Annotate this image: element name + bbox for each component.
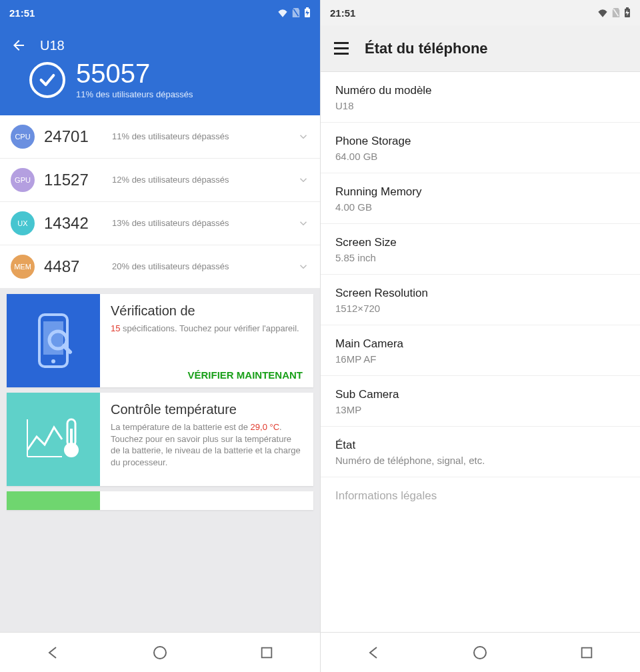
setting-key: Screen Resolution [335,287,625,300]
nav-home-icon[interactable] [471,643,489,662]
score-row-mem[interactable]: MEM448720% des utilisateurs dépassés [0,245,320,289]
score-check-icon [29,62,65,98]
badge-cpu-icon: CPU [11,125,35,149]
status-time: 21:51 [330,7,355,19]
setting-key: Screen Size [335,236,625,249]
setting-key: Phone Storage [335,135,625,148]
svg-rect-14 [262,647,272,657]
card-title: Vérification de [111,303,303,319]
setting-row[interactable]: Phone Storage64.00 GB [321,123,640,173]
svg-point-13 [154,647,166,659]
svg-rect-19 [582,647,592,657]
verify-now-button[interactable]: VÉRIFIER MAINTENANT [111,364,303,381]
sim-icon [292,8,300,17]
battery-icon [624,7,631,18]
back-icon[interactable] [11,37,27,53]
score-value: 4487 [44,257,103,276]
card-title: Contrôle température [111,402,303,417]
nav-recent-icon[interactable] [577,643,596,662]
score-sub: 11% des utilisateurs dépassés [112,131,288,143]
page-title: État du téléphone [365,40,488,57]
svg-rect-2 [306,7,309,9]
wifi-icon [277,8,288,17]
nav-recent-icon[interactable] [257,643,276,662]
svg-point-18 [474,647,486,659]
card-temperature[interactable]: Contrôle température La température de l… [7,393,313,486]
setting-value: Numéro de téléphone, signal, etc. [335,455,625,466]
setting-key: Main Camera [335,337,625,351]
score-value: 11527 [44,171,103,189]
svg-line-7 [64,346,70,352]
phone-search-icon [7,294,100,387]
system-navbar [321,632,640,672]
page-title: U18 [40,38,65,53]
badge-ux-icon: UX [11,211,35,235]
card-text: La température de la batterie est de 29,… [111,421,303,468]
screen-phone-status: 21:51 État du téléphone Numéro du modèle… [320,0,640,672]
setting-key: Informations légales [335,489,625,503]
badge-mem-icon: MEM [11,255,35,279]
setting-value: U18 [335,100,625,111]
score-sub: 20% des utilisateurs dépassés [112,261,288,273]
setting-row[interactable]: ÉtatNuméro de téléphone, signal, etc. [321,427,640,477]
score-row-ux[interactable]: UX1434213% des utilisateurs dépassés [0,202,320,245]
setting-key: Numéro du modèle [335,84,625,97]
setting-key: Sub Camera [335,388,625,401]
partial-icon [7,491,100,510]
setting-key: État [335,439,625,452]
score-row-cpu[interactable]: CPU2470111% des utilisateurs dépassés [0,115,320,159]
score-value: 24701 [44,127,103,146]
score-row-gpu[interactable]: GPU1152712% des utilisateurs dépassés [0,159,320,202]
wifi-icon [597,8,608,17]
status-icons [277,7,311,18]
setting-value: 4.00 GB [335,201,625,213]
battery-icon [304,7,311,18]
nav-home-icon[interactable] [151,643,169,662]
menu-icon[interactable] [334,42,349,55]
total-score-sub: 11% des utilisateurs dépassés [76,89,193,99]
total-score: 55057 [76,60,193,87]
benchmark-header: U18 55057 11% des utilisateurs dépassés [0,25,320,115]
chevron-down-icon [297,261,309,273]
setting-value: 13MP [335,404,625,415]
appbar: État du téléphone [321,25,640,72]
card-text: 15 spécifications. Touchez pour vérifier… [111,323,303,335]
svg-point-5 [51,359,55,363]
chevron-down-icon [297,174,309,186]
setting-row[interactable]: Running Memory4.00 GB [321,173,640,224]
statusbar: 21:51 [0,0,320,25]
chevron-down-icon [297,217,309,229]
score-sub: 12% des utilisateurs dépassés [112,175,288,186]
nav-back-icon[interactable] [44,643,63,662]
setting-value: 64.00 GB [335,151,625,162]
chevron-down-icon [297,131,309,143]
score-list: CPU2470111% des utilisateurs dépassésGPU… [0,115,320,289]
badge-gpu-icon: GPU [11,168,35,192]
score-value: 14342 [44,214,103,233]
statusbar: 21:51 [321,0,640,25]
settings-list[interactable]: Numéro du modèleU18Phone Storage64.00 GB… [321,72,640,632]
setting-row[interactable]: Numéro du modèleU18 [321,72,640,123]
setting-row[interactable]: Screen Resolution1512×720 [321,275,640,325]
sim-icon [612,8,620,17]
status-icons [597,7,631,18]
system-navbar [0,632,320,672]
score-sub: 13% des utilisateurs dépassés [112,218,288,229]
card-partial[interactable] [7,491,313,510]
svg-rect-17 [626,7,629,9]
temperature-icon [7,393,100,486]
status-time: 21:51 [9,7,35,19]
setting-row-partial[interactable]: Informations légales [321,477,640,503]
card-verification[interactable]: Vérification de 15 spécifications. Touch… [7,294,313,387]
setting-key: Running Memory [335,185,625,199]
cards-area: Vérification de 15 spécifications. Touch… [0,289,320,632]
nav-back-icon[interactable] [365,643,383,662]
setting-row[interactable]: Sub Camera13MP [321,376,640,427]
svg-rect-12 [70,429,73,449]
setting-value: 5.85 inch [335,252,625,263]
setting-row[interactable]: Screen Size5.85 inch [321,224,640,275]
setting-value: 1512×720 [335,303,625,314]
setting-row[interactable]: Main Camera16MP AF [321,325,640,376]
screen-benchmark: 21:51 U18 55057 11% des utilisateurs dép… [0,0,320,672]
setting-value: 16MP AF [335,353,625,365]
